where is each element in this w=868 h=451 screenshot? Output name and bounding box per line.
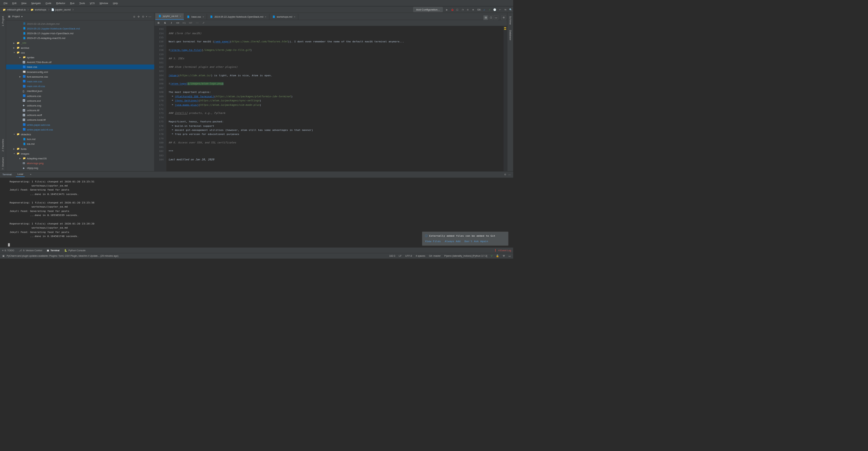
tree-item[interactable]: 🅰AvenirLTStd-Book.otf <box>6 60 154 64</box>
status-line-sep[interactable]: LF <box>399 255 402 257</box>
run-icon[interactable]: ▶ <box>445 7 449 12</box>
status-readonly-icon[interactable]: 🔓 <box>496 255 499 257</box>
tree-item[interactable]: ▼📁images <box>6 151 154 156</box>
search-everywhere-icon[interactable]: 🔍 <box>509 7 513 12</box>
tree-item[interactable]: ▼📁didactics <box>6 132 154 137</box>
git-revert-icon[interactable]: ↩ <box>498 7 502 12</box>
status-ideavim-icon[interactable]: V <box>491 255 493 257</box>
editor-viewport[interactable]: 1531541551561571581591601611621631641651… <box>154 26 507 171</box>
close-tab-icon[interactable]: × <box>203 16 204 18</box>
tree-item[interactable]: 📘2019-05-22-Jupyter-Notebook-OpenStack.m… <box>6 26 154 31</box>
menu-vcs[interactable]: VCS <box>88 1 97 5</box>
error-stripe[interactable] <box>503 26 507 171</box>
editor-tab-3[interactable]: 📘workshops.md× <box>269 14 298 20</box>
tree-item[interactable]: 📘bcn.md <box>6 137 154 141</box>
tree-item[interactable]: 🅰octicons.woff <box>6 113 154 117</box>
locate-icon[interactable]: ⊕ <box>133 15 135 18</box>
tree-item[interactable]: 🟦white-paper.add.rtl.css <box>6 127 154 132</box>
terminal-output[interactable]: Regenerating: 1 file(s) changed at 2020-… <box>0 178 513 247</box>
terminal-settings-icon[interactable]: ⚙ <box>504 173 506 176</box>
ide-settings-icon[interactable]: ⇆ <box>503 7 507 12</box>
bottom-tab--version-control[interactable]: ⎇9: Version Control <box>19 249 42 252</box>
menu-code[interactable]: Code <box>43 1 53 5</box>
notification-dont-ask[interactable]: Don't Ask Again <box>464 239 488 243</box>
status-python-env[interactable]: Pipenv (laterality_indices) [Python 3.7.… <box>444 255 487 257</box>
presentation-icon[interactable]: ⊞ <box>501 16 506 20</box>
tree-item[interactable]: 📘ica.md <box>6 141 154 146</box>
menu-view[interactable]: View <box>19 1 29 5</box>
tree-item[interactable]: ▶📁fonts <box>6 146 154 151</box>
stop-icon[interactable]: ■ <box>471 7 475 12</box>
tree-item[interactable]: ▶🟦font-awesome.css <box>6 74 154 79</box>
tree-item[interactable]: ◆octicons.svg <box>6 103 154 108</box>
tree-item[interactable]: 📘2019-02-18-Zsh-Antigen.md <box>6 21 154 26</box>
event-log-button[interactable]: ❗4 Event Log <box>494 249 511 252</box>
format-btn-7[interactable]: ⇗ <box>202 21 206 24</box>
close-tab-icon[interactable]: × <box>180 15 181 18</box>
tree-item[interactable]: 🅰octicons-local.ttf <box>6 117 154 122</box>
editor-tab-0[interactable]: 📘jupyter_oa.md× <box>155 13 184 20</box>
tree-item[interactable]: 🟦white-paper.add.css <box>6 122 154 127</box>
git-history-icon[interactable]: 🕒 <box>493 7 497 12</box>
menu-help[interactable]: Help <box>111 1 120 5</box>
editor-tab-1[interactable]: 📘base.css× <box>184 14 207 20</box>
tree-item[interactable]: 🟦base.css <box>6 64 154 69</box>
menu-window[interactable]: Window <box>97 1 110 5</box>
tree-item[interactable]: 🟦octicons.css <box>6 93 154 98</box>
status-git-branch[interactable]: Git: master <box>429 255 441 257</box>
tree-item[interactable]: ▼📁css <box>6 50 154 55</box>
expand-icon[interactable]: ✥ <box>137 15 140 18</box>
status-tool-windows-icon[interactable]: ▣ <box>2 255 5 257</box>
tree-item[interactable]: 📰browserconfig.xml <box>6 70 154 74</box>
tree-item[interactable]: ◆clippy.svg <box>6 165 154 170</box>
menu-tools[interactable]: Tools <box>77 1 87 5</box>
tree-item[interactable]: ▶📁syntax <box>6 55 154 60</box>
split-view-icon[interactable]: ◫ <box>489 16 493 20</box>
bottom-tab--todo[interactable]: ≡6: TODO <box>2 249 14 252</box>
notification-always-add[interactable]: Always Add <box>445 239 460 243</box>
project-tool-tab[interactable]: 1: Project <box>1 15 5 28</box>
coverage-icon[interactable]: ◱ <box>456 7 460 12</box>
status-encoding[interactable]: UTF-8 <box>405 255 412 257</box>
git-commit-icon[interactable]: ✓ <box>488 7 492 12</box>
breadcrumb-0[interactable]: 📁mikbuch.github.io <box>0 8 28 11</box>
format-btn-6[interactable]: ⋯ <box>195 21 199 24</box>
tree-item[interactable]: {}manifest.json <box>6 89 154 93</box>
format-btn-3[interactable]: <> <box>176 21 180 24</box>
menu-edit[interactable]: Edit <box>10 1 18 5</box>
notification-view-files[interactable]: View Files <box>425 239 441 243</box>
tree-item[interactable]: 🟦main.min.rtl.css <box>6 84 154 89</box>
status-memory-icon[interactable]: ▭ <box>509 255 511 257</box>
status-hammer-icon[interactable]: ⚒ <box>503 255 505 257</box>
format-btn-4[interactable]: H1 <box>182 21 186 24</box>
status-indent[interactable]: 4 spaces <box>415 255 425 257</box>
git-update-icon[interactable]: ↙ <box>482 7 486 12</box>
run-configuration-dropdown[interactable]: Add Configuration... <box>413 7 443 12</box>
format-btn-5[interactable]: HF <box>189 21 193 24</box>
close-tab-icon[interactable]: × <box>294 16 295 18</box>
tree-item[interactable]: 📘2019-06-17-Jupyter-Hub-OpenStack.md <box>6 31 154 36</box>
format-btn-2[interactable]: I <box>169 21 173 24</box>
database-tool-tab[interactable]: Database <box>509 28 512 42</box>
breadcrumb-1[interactable]: 📁workshops <box>28 8 49 11</box>
tree-item[interactable]: ▶📁_site <box>6 40 154 45</box>
debug-icon[interactable]: 🐞 <box>450 7 454 12</box>
format-btn-1[interactable]: S <box>163 21 167 24</box>
terminal-tab-local[interactable]: Local <box>16 172 25 177</box>
status-caret-pos[interactable]: 182:3 <box>389 255 395 257</box>
code-content[interactable]: ### iTerm (for macOS) Next-gen terminal … <box>166 26 504 171</box>
terminal-hide-icon[interactable]: — <box>509 173 511 176</box>
breadcrumb-2[interactable]: 📄jupyter_oa.md <box>48 8 73 11</box>
favorites-tool-tab[interactable]: 2: Favorites <box>1 137 5 153</box>
sciview-tool-tab[interactable]: SciView <box>509 15 512 26</box>
tree-item[interactable]: 🟦main.min.css <box>6 79 154 84</box>
menu-navigate[interactable]: Navigate <box>29 1 43 5</box>
menu-run[interactable]: Run <box>68 1 77 5</box>
tree-item[interactable]: ▶📁archive <box>6 45 154 50</box>
tree-item[interactable]: 🅰octicons.eot <box>6 98 154 103</box>
tree-item[interactable]: 📘2019-07-23-Adapting-macOS.md <box>6 36 154 40</box>
hide-panel-icon[interactable]: — <box>148 15 151 18</box>
tree-item[interactable]: 🖼atom-logo.png <box>6 161 154 165</box>
close-tab-icon[interactable]: × <box>265 16 266 18</box>
editor-tab-2[interactable]: 📘2019-05-22-Jupyter-Notebook-OpenStack.m… <box>207 14 270 20</box>
